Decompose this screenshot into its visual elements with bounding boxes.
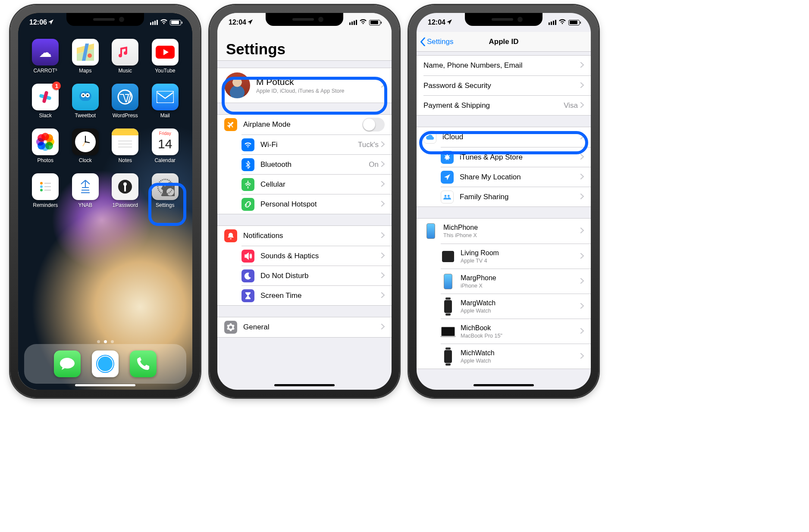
chevron-icon — [381, 200, 385, 208]
svg-point-17 — [85, 141, 86, 143]
hotspot-icon — [241, 198, 254, 211]
row-icloud[interactable]: iCloud — [417, 127, 591, 147]
home-app-grid: ☁︎ CARROT⁵ Maps Music YouTube 1 Slack Tw… — [18, 13, 192, 216]
app-clock[interactable]: Clock — [72, 128, 99, 171]
row-wifi[interactable]: Wi-FiTuck's — [241, 135, 392, 154]
device-michphone[interactable]: MichPhoneThis iPhone X — [417, 219, 591, 244]
row-label: Screen Time — [260, 291, 381, 300]
sound-icon — [241, 250, 254, 263]
app-reminders[interactable]: Reminders — [32, 173, 59, 216]
row-password-security[interactable]: Password & Security — [423, 75, 591, 95]
app-slack[interactable]: 1 Slack — [32, 84, 59, 126]
back-button[interactable]: Settings — [420, 38, 453, 46]
svg-rect-29 — [124, 185, 126, 191]
screentime-icon — [241, 289, 254, 302]
wifi-icon — [241, 138, 254, 151]
app-tweetbot[interactable]: Tweetbot — [72, 84, 99, 126]
row-label: Cellular — [260, 180, 381, 189]
location-icon — [447, 19, 452, 26]
app-settings[interactable]: Settings — [152, 173, 179, 216]
cellular-icon — [349, 20, 357, 25]
chevron-icon — [580, 82, 584, 90]
row-label: Wi-Fi — [260, 141, 358, 149]
dock-phone[interactable] — [130, 350, 157, 377]
battery-icon — [568, 20, 580, 25]
wifi-icon — [160, 19, 168, 26]
home-indicator[interactable] — [274, 384, 335, 386]
row-label: Notifications — [243, 232, 381, 240]
dock-messages[interactable] — [54, 350, 81, 377]
device-name: MichWatch — [461, 349, 580, 357]
device-model: MacBook Pro 15" — [461, 333, 580, 339]
app-youtube[interactable]: YouTube — [152, 39, 179, 81]
row-label: iTunes & App Store — [460, 153, 580, 162]
row-cell[interactable]: Cellular — [241, 174, 392, 194]
device-thumb — [441, 273, 455, 290]
device-michbook[interactable]: MichBookMacBook Pro 15" — [441, 319, 591, 344]
row-dnd[interactable]: Do Not Disturb — [241, 266, 392, 285]
wifi-icon — [558, 19, 566, 26]
chevron-icon — [580, 328, 584, 335]
row-share[interactable]: Share My Location — [441, 167, 591, 187]
location-icon — [248, 19, 253, 26]
wifi-icon — [359, 19, 367, 26]
device-name: MichPhone — [443, 224, 580, 232]
svg-point-10 — [82, 94, 84, 96]
row-general[interactable]: General — [217, 317, 392, 337]
row-airplane[interactable]: Airplane Mode — [217, 115, 392, 135]
chevron-icon — [381, 292, 385, 300]
chevron-icon — [580, 278, 584, 285]
app-photos[interactable]: Photos — [32, 128, 59, 171]
app-maps[interactable]: Maps — [72, 39, 99, 81]
row-label: Bluetooth — [260, 160, 369, 169]
app-notes[interactable]: Notes — [112, 128, 138, 171]
device-living room[interactable]: Living RoomApple TV 4 — [441, 244, 591, 269]
chevron-icon — [580, 133, 584, 141]
row-label: iCloud — [442, 133, 580, 141]
app-mail[interactable]: Mail — [152, 84, 179, 126]
app-carrot[interactable]: ☁︎ CARROT⁵ — [32, 39, 59, 81]
chevron-icon — [381, 272, 385, 280]
device-model: iPhone X — [461, 283, 580, 289]
device-name: MichBook — [461, 324, 580, 332]
device-margphone[interactable]: MargPhoneiPhone X — [441, 269, 591, 294]
row-screentime[interactable]: Screen Time — [241, 285, 392, 305]
app-music[interactable]: Music — [112, 39, 138, 81]
device-margwatch[interactable]: MargWatchApple Watch — [441, 294, 591, 319]
switch[interactable] — [362, 118, 385, 131]
app-1password[interactable]: 1Password — [112, 173, 138, 216]
battery-icon — [170, 20, 181, 25]
dock — [24, 344, 186, 384]
cellular-icon — [150, 20, 158, 25]
home-indicator[interactable] — [473, 384, 534, 386]
svg-rect-7 — [79, 91, 91, 101]
row-label: Name, Phone Numbers, Email — [423, 61, 580, 70]
page-dots[interactable] — [18, 340, 192, 343]
device-thumb — [441, 348, 455, 365]
app-calendar[interactable]: Friday 14 Calendar — [152, 128, 179, 171]
device-michwatch[interactable]: MichWatchApple Watch — [441, 344, 591, 369]
app-ynab[interactable]: YNAB — [72, 173, 99, 216]
row-bt[interactable]: BluetoothOn — [241, 154, 392, 174]
home-indicator[interactable] — [75, 384, 135, 386]
apple-id-row[interactable]: M Potuck Apple ID, iCloud, iTunes & App … — [217, 68, 392, 103]
row-family[interactable]: Family Sharing — [441, 187, 591, 207]
row-sound[interactable]: Sounds & Haptics — [241, 246, 392, 266]
cell-icon — [241, 178, 254, 191]
app-wordpress[interactable]: WordPress — [112, 84, 138, 126]
row-notif[interactable]: Notifications — [217, 226, 392, 246]
chevron-icon — [580, 62, 584, 69]
device-model: Apple TV 4 — [461, 258, 580, 264]
row-hotspot[interactable]: Personal Hotspot — [241, 194, 392, 214]
device-thumb — [423, 222, 438, 240]
row-label: Airplane Mode — [243, 120, 362, 129]
phone-apple-id: 12:04 Settings Apple ID Name, Phone Numb… — [409, 5, 599, 397]
dock-safari[interactable] — [92, 350, 119, 377]
nav-bar: Settings Apple ID — [417, 32, 591, 52]
chevron-icon — [580, 173, 584, 181]
row-name-phone-numbers-email[interactable]: Name, Phone Numbers, Email — [417, 56, 591, 75]
phone-settings: 12:04 Settings M Potuck Apple ID, iCloud… — [210, 5, 399, 397]
row-itunes[interactable]: iTunes & App Store — [441, 147, 591, 167]
chevron-icon — [381, 81, 385, 89]
row-payment-shipping[interactable]: Payment & ShippingVisa — [423, 95, 591, 115]
